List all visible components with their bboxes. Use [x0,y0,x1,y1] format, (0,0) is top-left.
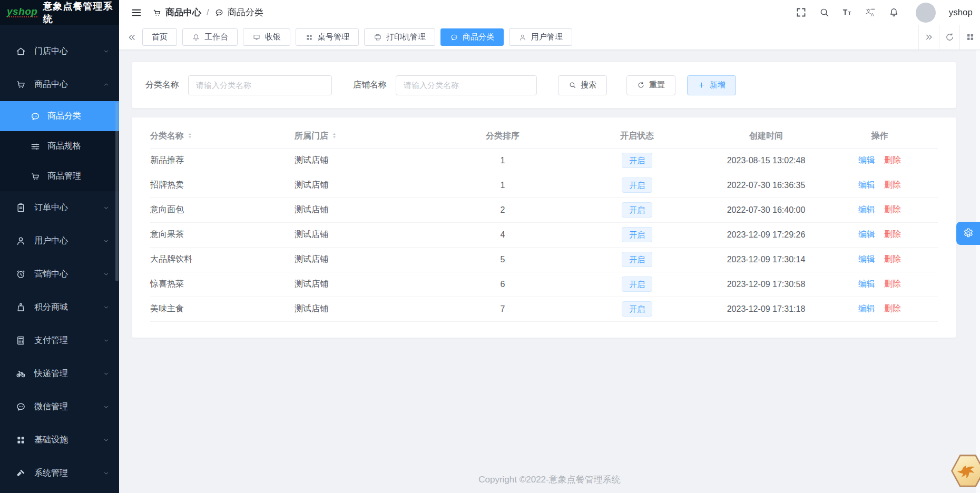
mascot-badge[interactable] [951,454,980,488]
edit-link[interactable]: 编辑 [858,254,875,263]
reset-button[interactable]: 重置 [626,75,675,95]
search-icon [569,81,576,89]
translate-icon[interactable]: 文A [865,7,876,18]
delete-link[interactable]: 删除 [884,205,901,214]
refresh-tab-button[interactable] [939,25,959,50]
cell-category-name: 惊喜热菜 [150,272,295,297]
sidebar-item-goods-manage[interactable]: 商品管理 [0,161,119,191]
notification-bell-icon[interactable] [888,7,899,18]
sort-caret-icon[interactable] [186,132,194,140]
cell-store: 测试店铺 [295,247,442,272]
delete-link[interactable]: 删除 [884,155,901,164]
cell-category-name: 大品牌饮料 [150,247,295,272]
column-header: 分类排序 [442,125,563,148]
sidebar-item-wechat-manage[interactable]: 微信管理 [0,390,119,423]
breadcrumb-item: 商品分类 [214,6,263,18]
chevron-down-icon [103,337,110,344]
edit-link[interactable]: 编辑 [858,155,875,164]
tab-workbench[interactable]: 工作台 [182,28,238,46]
grid-icon [305,33,313,42]
bicycle-icon [15,368,26,379]
sidebar-item-goods-category[interactable]: 商品分类 [0,101,119,131]
hamburger-icon[interactable] [131,7,142,18]
column-header[interactable]: 分类名称 [150,125,295,148]
sidebar-scrollbar[interactable] [115,102,119,281]
chevron-down-icon [103,271,110,278]
breadcrumb-item[interactable]: 商品中心 [152,6,201,18]
bird-logo [955,458,980,484]
avatar[interactable] [916,3,936,23]
search-button[interactable]: 搜索 [558,75,607,95]
font-size-icon[interactable]: TT [842,7,853,18]
chat-icon [30,111,41,122]
sidebar-item-goods-spec[interactable]: 商品规格 [0,131,119,161]
cell-sort-order: 6 [442,272,563,297]
search-icon[interactable] [819,7,830,18]
sidebar-item-points-mall[interactable]: 积分商城 [0,291,119,324]
edit-link[interactable]: 编辑 [858,304,875,313]
sidebar-item-order-center[interactable]: 订单中心 [0,191,119,224]
column-header: 开启状态 [563,125,711,148]
tab-options-button[interactable] [959,25,980,50]
tab-user-management[interactable]: 用户管理 [509,28,572,46]
sidebar-item-payment-manage[interactable]: 支付管理 [0,324,119,357]
fullscreen-icon[interactable] [796,7,807,18]
tab-controls [918,25,980,50]
sidebar-item-infrastructure[interactable]: 基础设施 [0,423,119,457]
sliders-icon [30,141,41,152]
store-name-input[interactable] [396,75,537,95]
cell-created-time: 2022-07-30 16:40:00 [711,198,821,222]
tab-printer-management[interactable]: 打印机管理 [364,28,435,46]
delete-link[interactable]: 删除 [884,230,901,239]
edit-link[interactable]: 编辑 [858,205,875,214]
tabs-scroll-right-button[interactable] [918,25,939,50]
sidebar-item-goods-center[interactable]: 商品中心 [0,68,119,101]
cell-status: 开启 [563,272,711,297]
tabs-scroll-left-icon[interactable] [126,32,137,43]
grid-icon [965,32,975,42]
cell-status: 开启 [563,297,711,321]
tab-goods-category[interactable]: 商品分类 [440,28,504,46]
bell-icon [192,33,200,42]
cell-created-time: 2023-08-15 13:02:48 [711,148,821,173]
cell-sort-order: 7 [442,297,563,321]
tab-table-management[interactable]: 桌号管理 [296,28,359,46]
app-title: 意象点餐管理系统 [43,0,119,25]
sidebar-item-system-manage[interactable]: 系统管理 [0,457,119,490]
cell-sort-order: 4 [442,222,563,247]
category-name-input[interactable] [188,75,332,95]
chevron-down-icon [103,437,110,443]
sidebar-item-express-manage[interactable]: 快递管理 [0,357,119,390]
tab-home[interactable]: 首页 [142,28,177,46]
delete-link[interactable]: 删除 [884,304,901,313]
sidebar-item-user-center[interactable]: 用户中心 [0,224,119,258]
delete-link[interactable]: 删除 [884,180,901,189]
sidebar-item-marketing-center[interactable]: 营销中心 [0,258,119,291]
add-button[interactable]: 新增 [687,75,736,95]
table-row: 美味主食测试店铺7开启2023-12-09 17:31:18编辑删除 [150,297,938,321]
edit-link[interactable]: 编辑 [858,279,875,288]
delete-link[interactable]: 删除 [884,279,901,288]
cell-sort-order: 1 [442,148,563,173]
delete-link[interactable]: 删除 [884,254,901,263]
cart-icon [30,171,41,182]
username[interactable]: yshop [949,7,973,18]
sidebar-menu: 门店中心商品中心商品分类商品规格商品管理订单中心用户中心营销中心积分商城支付管理… [0,25,119,490]
refresh-icon [945,32,955,42]
copyright: Copyright ©2022-意象点餐管理系统 [119,474,980,486]
app-logo[interactable]: yshop 意象点餐管理系统 [0,0,119,25]
chat-icon [15,401,26,412]
tab-cashier[interactable]: 收银 [243,28,290,46]
sidebar-item-store-center[interactable]: 门店中心 [0,35,119,68]
settings-fab[interactable] [956,222,980,245]
table-panel: 分类名称所属门店分类排序开启状态创建时间操作 新品推荐测试店铺1开启2023-0… [132,117,956,338]
edit-link[interactable]: 编辑 [858,230,875,239]
sort-caret-icon[interactable] [330,132,338,140]
column-header[interactable]: 所属门店 [295,125,442,148]
column-header: 创建时间 [711,125,821,148]
cell-sort-order: 2 [442,198,563,222]
submenu-goods-center: 商品分类商品规格商品管理 [0,101,119,191]
edit-link[interactable]: 编辑 [858,180,875,189]
chevron-down-icon [103,403,110,410]
cell-status: 开启 [563,247,711,272]
